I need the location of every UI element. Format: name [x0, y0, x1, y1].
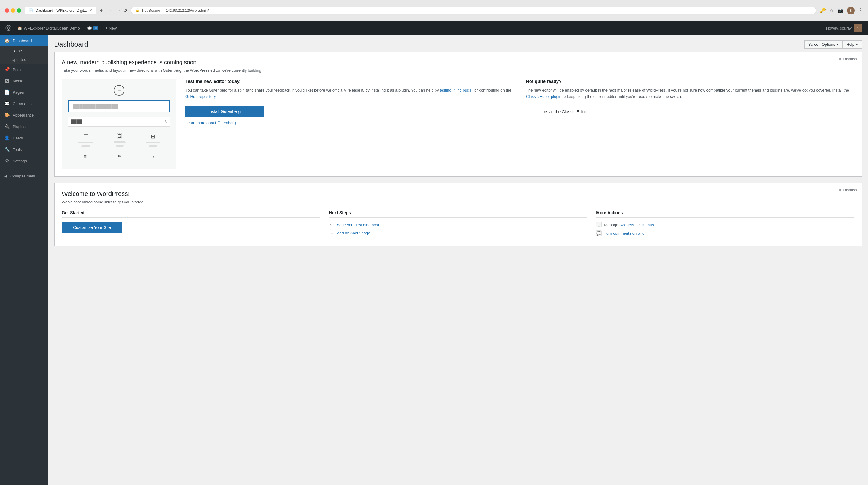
dashboard-icon: 🏠	[4, 38, 10, 43]
new-content-label: + New	[105, 26, 117, 30]
welcome-panel-title: Welcome to WordPress!	[62, 190, 855, 197]
sidebar-item-tools[interactable]: 🔧 Tools	[0, 144, 48, 155]
gutenberg-not-ready-col: Not quite ready? The new editor will be …	[526, 78, 855, 169]
tab-favicon-icon: 📄	[29, 8, 33, 12]
sidebar-item-settings[interactable]: ⚙ Settings	[0, 155, 48, 167]
preview-add-block-icon[interactable]: +	[114, 85, 124, 96]
widgets-grid-icon: ⊞	[596, 222, 601, 227]
sidebar-label-plugins: Plugins	[13, 124, 26, 129]
get-started-title: Get Started	[62, 210, 320, 218]
welcome-columns: Get Started Customize Your Site Next Ste…	[62, 210, 855, 239]
gutenberg-dismiss-label: Dismiss	[843, 57, 857, 61]
sidebar-subitem-updates[interactable]: Updates	[0, 55, 48, 64]
security-icon: 🔒	[135, 8, 140, 12]
gutenberg-dismiss-button[interactable]: ⊗ Dismiss	[838, 57, 857, 61]
forward-button[interactable]: →	[116, 8, 121, 13]
preview-image-label2	[116, 145, 124, 147]
more-actions-list: ⊞ Manage widgets or menus 💬 Turn comment…	[596, 222, 855, 236]
browser-menu-icon[interactable]: ⋮	[858, 7, 863, 13]
turn-comments-link[interactable]: Turn comments on or off	[604, 231, 647, 235]
pages-icon: 📄	[4, 90, 10, 95]
widgets-link[interactable]: widgets	[621, 223, 634, 227]
add-about-page-link[interactable]: Add an About page	[337, 231, 370, 235]
back-button[interactable]: ←	[109, 8, 114, 13]
gutenberg-testing-link[interactable]: testing	[440, 88, 451, 93]
gutenberg-test-col-title: Test the new editor today.	[185, 78, 514, 84]
minimize-dot[interactable]	[11, 8, 15, 13]
preview-gallery-label	[146, 141, 160, 143]
browser-dots	[5, 8, 21, 13]
collapse-menu-button[interactable]: ◀ Collapse menu	[0, 170, 48, 183]
tab-close-icon[interactable]: ✕	[90, 8, 92, 12]
sidebar-item-users[interactable]: 👤 Users	[0, 132, 48, 144]
sidebar-item-plugins[interactable]: 🔌 Plugins	[0, 121, 48, 132]
welcome-dismiss-button[interactable]: ⊗ Dismiss	[838, 188, 857, 192]
preview-image-icon: 🖼	[114, 133, 126, 147]
tab-title: Dashboard ‹ WPExplorer Digit...	[36, 8, 87, 13]
media-icon: 🖼	[4, 78, 10, 84]
preview-toolbar: ████ ∧	[68, 117, 170, 127]
address-bar[interactable]: 🔒 Not Secure | 142.93.212.125/wp-admin/	[131, 7, 816, 14]
welcome-dismiss-label: Dismiss	[843, 188, 857, 192]
comments-bar-item[interactable]: 💬 0	[84, 21, 102, 35]
sidebar-subitem-home[interactable]: Home	[0, 46, 48, 55]
screen-options-button[interactable]: Screen Options ▾	[804, 40, 843, 48]
refresh-button[interactable]: ↺	[123, 7, 127, 13]
next-step-write-post: ✏ Write your first blog post	[329, 222, 587, 227]
maximize-dot[interactable]	[17, 8, 21, 13]
sidebar-item-dashboard[interactable]: 🏠 Dashboard	[0, 35, 48, 46]
wp-layout: 🏠 Dashboard Home Updates 📌 Posts 🖼 Media…	[0, 35, 868, 485]
next-steps-list: ✏ Write your first blog post + Add an Ab…	[329, 222, 587, 235]
welcome-more-actions-col: More Actions ⊞ Manage widgets or menus 💬…	[596, 210, 855, 239]
howdy-section[interactable]: Howdy, sourav S	[823, 24, 865, 32]
gutenberg-panel: ⊗ Dismiss A new, modern publishing exper…	[54, 52, 862, 176]
welcome-dismiss-circle-icon: ⊗	[838, 188, 842, 192]
browser-user-avatar[interactable]: S	[847, 7, 855, 14]
preview-list-icon: ≡	[84, 154, 87, 160]
new-tab-button[interactable]: +	[100, 8, 103, 13]
more-action-comments: 💬 Turn comments on or off	[596, 230, 855, 236]
sidebar-item-pages[interactable]: 📄 Pages	[0, 87, 48, 98]
install-classic-editor-button[interactable]: Install the Classic Editor	[526, 106, 604, 118]
sidebar-label-pages: Pages	[13, 90, 24, 95]
preview-toolbar-left: ████	[71, 119, 82, 124]
collapse-label: Collapse menu	[10, 174, 36, 178]
users-icon: 👤	[4, 135, 10, 141]
learn-more-gutenberg-link[interactable]: Learn more about Gutenberg	[185, 121, 514, 125]
dismiss-circle-icon: ⊗	[838, 57, 842, 61]
howdy-text: Howdy, sourav	[826, 26, 852, 30]
screenshot-icon[interactable]: 📷	[837, 7, 843, 13]
browser-tab[interactable]: 📄 Dashboard ‹ WPExplorer Digit... ✕	[25, 7, 96, 14]
wp-logo-icon[interactable]: ⓪	[3, 21, 14, 35]
settings-icon: ⚙	[4, 158, 10, 164]
help-arrow-icon: ▾	[856, 42, 858, 47]
install-gutenberg-button[interactable]: Install Gutenberg	[185, 106, 264, 117]
add-page-icon: +	[329, 230, 335, 235]
gutenberg-content-area: + ██████████████ ████ ∧ ☰	[62, 78, 855, 169]
comments-bar-icon: 💬	[87, 26, 92, 30]
browser-navigation: ← → ↺	[109, 7, 127, 13]
new-content-bar-item[interactable]: + New	[102, 21, 120, 35]
sidebar-label-media: Media	[13, 78, 23, 83]
help-button[interactable]: Help ▾	[842, 40, 862, 48]
close-dot[interactable]	[5, 8, 9, 13]
classic-editor-plugin-link[interactable]: Classic Editor plugin	[526, 94, 561, 99]
key-icon[interactable]: 🔑	[820, 7, 826, 13]
gutenberg-github-link[interactable]: GitHub repository	[185, 94, 216, 99]
gutenberg-not-ready-col-text: The new editor will be enabled by defaul…	[526, 87, 855, 100]
write-first-blog-post-link[interactable]: Write your first blog post	[337, 223, 379, 227]
preview-paragraph-label	[79, 141, 93, 143]
customize-your-site-button[interactable]: Customize Your Site	[62, 222, 122, 233]
sidebar-item-posts[interactable]: 📌 Posts	[0, 64, 48, 75]
menus-link[interactable]: menus	[642, 223, 654, 227]
sidebar-item-appearance[interactable]: 🎨 Appearance	[0, 109, 48, 121]
bookmark-icon[interactable]: ☆	[830, 7, 834, 13]
site-name-bar-item[interactable]: 🏠 WPExplorer DigitalOcean Demo	[14, 21, 84, 35]
gutenberg-test-col: Test the new editor today. You can take …	[185, 78, 514, 169]
plugins-icon: 🔌	[4, 124, 10, 129]
sidebar-item-comments[interactable]: 💬 Comments	[0, 98, 48, 109]
gutenberg-filing-bugs-link[interactable]: filing bugs	[454, 88, 471, 93]
sidebar-item-media[interactable]: 🖼 Media	[0, 75, 48, 87]
preview-toolbar-chevron-icon: ∧	[164, 119, 167, 124]
preview-paragraph-icon: ☰	[79, 133, 93, 147]
